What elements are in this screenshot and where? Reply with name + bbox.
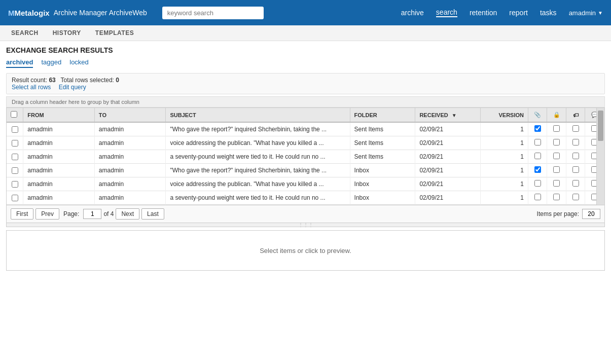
attachment-checkbox[interactable] bbox=[534, 180, 541, 187]
col-header-attachment[interactable]: 📎 bbox=[528, 108, 547, 122]
filter-tab-archived[interactable]: archived bbox=[6, 58, 33, 68]
lock-checkbox[interactable] bbox=[553, 180, 560, 187]
attachment-checkbox[interactable] bbox=[534, 125, 541, 132]
table-row[interactable]: amadmin amadmin voice addressing the pub… bbox=[7, 136, 604, 150]
select-all-rows-link[interactable]: Select all rows bbox=[12, 84, 51, 91]
divider-handle[interactable]: ⋮⋮⋮ bbox=[6, 223, 605, 227]
of-pages: of 4 bbox=[103, 210, 114, 217]
page-number-input[interactable] bbox=[83, 209, 101, 219]
table-row[interactable]: amadmin amadmin a seventy-pound weight w… bbox=[7, 191, 604, 205]
filter-tab-locked[interactable]: locked bbox=[69, 58, 89, 68]
row-check[interactable] bbox=[7, 150, 23, 164]
scroll-track[interactable] bbox=[597, 108, 604, 205]
col-header-subject[interactable]: SUBJECT bbox=[166, 108, 350, 122]
row-check[interactable] bbox=[7, 191, 23, 205]
col-header-lock[interactable]: 🔒 bbox=[547, 108, 566, 122]
col-header-version[interactable]: VERSION bbox=[481, 108, 528, 122]
row-checkbox[interactable] bbox=[12, 195, 18, 201]
select-all-checkbox[interactable] bbox=[11, 111, 17, 118]
attachment-checkbox[interactable] bbox=[534, 166, 541, 173]
row-checkbox[interactable] bbox=[12, 167, 18, 174]
row-check[interactable] bbox=[7, 136, 23, 150]
header: MMetalogix Archive Manager ArchiveWeb ar… bbox=[0, 0, 611, 25]
table-row[interactable]: amadmin amadmin a seventy-pound weight w… bbox=[7, 150, 604, 164]
row-attachment[interactable] bbox=[528, 164, 547, 177]
row-checkbox[interactable] bbox=[12, 154, 18, 160]
row-tag[interactable] bbox=[566, 136, 585, 150]
items-per-page-input[interactable] bbox=[582, 209, 600, 219]
row-tag[interactable] bbox=[566, 191, 585, 205]
col-header-folder[interactable]: FOLDER bbox=[350, 108, 415, 122]
nav-search[interactable]: search bbox=[436, 8, 457, 17]
row-version: 1 bbox=[481, 164, 528, 177]
row-tag[interactable] bbox=[566, 150, 585, 164]
attachment-checkbox[interactable] bbox=[534, 153, 541, 159]
search-box[interactable] bbox=[162, 7, 264, 19]
table-row[interactable]: amadmin amadmin voice addressing the pub… bbox=[7, 177, 604, 191]
row-lock[interactable] bbox=[547, 177, 566, 191]
lock-checkbox[interactable] bbox=[553, 166, 560, 173]
prev-button[interactable]: Prev bbox=[35, 208, 59, 220]
lock-checkbox[interactable] bbox=[553, 139, 560, 145]
next-button[interactable]: Next bbox=[116, 208, 139, 220]
app-title: Archive Manager ArchiveWeb bbox=[54, 9, 147, 17]
nav-archive[interactable]: archive bbox=[401, 9, 424, 17]
col-header-to[interactable]: TO bbox=[94, 108, 166, 122]
col-header-tag[interactable]: 🏷 bbox=[566, 108, 585, 122]
table-row[interactable]: amadmin amadmin "Who gave the report?" i… bbox=[7, 164, 604, 177]
row-attachment[interactable] bbox=[528, 122, 547, 136]
table-row[interactable]: amadmin amadmin "Who gave the report?" i… bbox=[7, 122, 604, 136]
row-folder: Inbox bbox=[350, 164, 415, 177]
tag-checkbox[interactable] bbox=[572, 194, 579, 200]
col-header-received[interactable]: RECEIVED ▼ bbox=[415, 108, 481, 122]
row-folder: Sent Items bbox=[350, 136, 415, 150]
row-check[interactable] bbox=[7, 177, 23, 191]
nav-report[interactable]: report bbox=[509, 9, 528, 17]
results-table-container: FROM TO SUBJECT FOLDER RECEIVED ▼ VERSIO… bbox=[6, 107, 605, 205]
tag-checkbox[interactable] bbox=[572, 180, 579, 187]
search-input[interactable] bbox=[162, 7, 264, 19]
row-tag[interactable] bbox=[566, 177, 585, 191]
nav-retention[interactable]: retention bbox=[470, 9, 497, 17]
lock-checkbox[interactable] bbox=[553, 194, 560, 200]
tag-checkbox[interactable] bbox=[572, 153, 579, 159]
nav-tasks[interactable]: tasks bbox=[540, 9, 557, 17]
row-check[interactable] bbox=[7, 122, 23, 136]
row-checkbox[interactable] bbox=[12, 126, 18, 133]
edit-query-link[interactable]: Edit query bbox=[59, 84, 86, 91]
attachment-checkbox[interactable] bbox=[534, 139, 541, 145]
last-button[interactable]: Last bbox=[141, 208, 164, 220]
row-lock[interactable] bbox=[547, 136, 566, 150]
subnav-search[interactable]: SEARCH bbox=[4, 25, 46, 41]
scroll-thumb[interactable] bbox=[598, 111, 603, 141]
row-check[interactable] bbox=[7, 164, 23, 177]
row-attachment[interactable] bbox=[528, 150, 547, 164]
row-attachment[interactable] bbox=[528, 136, 547, 150]
tag-checkbox[interactable] bbox=[572, 139, 579, 145]
nav-amadmin[interactable]: amadmin ▼ bbox=[569, 9, 603, 17]
row-checkbox[interactable] bbox=[12, 140, 18, 147]
col-header-check[interactable] bbox=[7, 108, 23, 122]
row-from: amadmin bbox=[23, 150, 95, 164]
attachment-checkbox[interactable] bbox=[534, 194, 541, 200]
lock-checkbox[interactable] bbox=[553, 153, 560, 159]
nav-amadmin-label: amadmin bbox=[569, 9, 596, 17]
row-checkbox[interactable] bbox=[12, 181, 18, 188]
scrollbar[interactable] bbox=[596, 108, 604, 205]
row-lock[interactable] bbox=[547, 122, 566, 136]
subnav-history[interactable]: HISTORY bbox=[46, 25, 88, 41]
tag-checkbox[interactable] bbox=[572, 125, 579, 132]
row-lock[interactable] bbox=[547, 191, 566, 205]
row-attachment[interactable] bbox=[528, 177, 547, 191]
filter-tab-tagged[interactable]: tagged bbox=[41, 58, 61, 68]
subnav-templates[interactable]: TEMPLATES bbox=[88, 25, 141, 41]
lock-checkbox[interactable] bbox=[553, 125, 560, 132]
row-tag[interactable] bbox=[566, 122, 585, 136]
row-lock[interactable] bbox=[547, 164, 566, 177]
col-header-from[interactable]: FROM bbox=[23, 108, 95, 122]
first-button[interactable]: First bbox=[11, 208, 33, 220]
row-lock[interactable] bbox=[547, 150, 566, 164]
tag-checkbox[interactable] bbox=[572, 166, 579, 173]
row-tag[interactable] bbox=[566, 164, 585, 177]
row-attachment[interactable] bbox=[528, 191, 547, 205]
